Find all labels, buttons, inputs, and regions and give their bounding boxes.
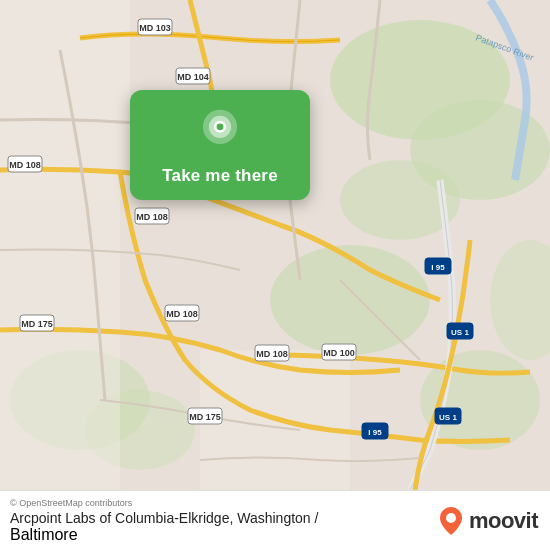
- svg-rect-10: [0, 200, 120, 490]
- location-name-line2: Baltimore: [10, 526, 318, 544]
- svg-text:MD 108: MD 108: [9, 160, 41, 170]
- svg-text:MD 108: MD 108: [136, 212, 168, 222]
- location-card[interactable]: Take me there: [130, 90, 310, 200]
- take-me-there-button[interactable]: Take me there: [162, 166, 278, 186]
- svg-text:MD 108: MD 108: [166, 309, 198, 319]
- footer-info: © OpenStreetMap contributors Arcpoint La…: [10, 498, 318, 544]
- svg-text:US 1: US 1: [439, 413, 457, 422]
- svg-point-42: [217, 123, 224, 130]
- svg-text:MD 103: MD 103: [139, 23, 171, 33]
- moovit-brand-text: moovit: [469, 508, 538, 534]
- location-pin-icon: [196, 108, 244, 156]
- location-name: Arcpoint Labs of Columbia-Elkridge, Wash…: [10, 510, 318, 526]
- svg-text:I 95: I 95: [431, 263, 445, 272]
- svg-text:MD 175: MD 175: [21, 319, 53, 329]
- svg-text:MD 104: MD 104: [177, 72, 209, 82]
- svg-text:MD 175: MD 175: [189, 412, 221, 422]
- svg-point-43: [446, 513, 456, 523]
- copyright-text: © OpenStreetMap contributors: [10, 498, 318, 508]
- svg-text:MD 100: MD 100: [323, 348, 355, 358]
- svg-text:US 1: US 1: [451, 328, 469, 337]
- map-container: Patapsco River MD 103: [0, 0, 550, 490]
- footer: © OpenStreetMap contributors Arcpoint La…: [0, 490, 550, 550]
- svg-text:I 95: I 95: [368, 428, 382, 437]
- svg-text:MD 108: MD 108: [256, 349, 288, 359]
- svg-point-4: [270, 245, 430, 355]
- moovit-logo: moovit: [438, 505, 538, 537]
- moovit-pin-icon: [438, 505, 464, 537]
